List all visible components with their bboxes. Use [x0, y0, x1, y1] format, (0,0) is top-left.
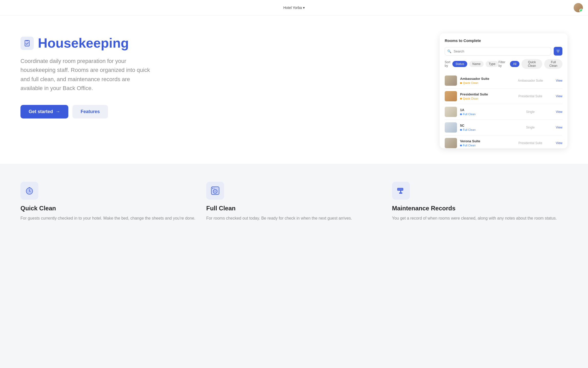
- arrow-icon: →: [56, 109, 60, 114]
- room-badge: Full Clean: [460, 113, 505, 116]
- maintenance-icon-wrap: [392, 182, 410, 200]
- card-title: Rooms to Complete: [445, 38, 562, 43]
- filter-full-clean-button[interactable]: Full Clean: [544, 59, 562, 69]
- feature-maintenance: Maintenance Records You get a record of …: [392, 179, 568, 224]
- maintenance-desc: You get a record of when rooms were clea…: [392, 215, 568, 222]
- clipboard-check-icon: [23, 39, 31, 47]
- room-thumbnail: [445, 122, 457, 133]
- room-info: Presidential Suite Quick Clean: [460, 92, 505, 100]
- filter-icon: [556, 49, 560, 53]
- washer-icon: [210, 186, 220, 196]
- room-type: Single: [508, 110, 553, 114]
- svg-rect-4: [29, 187, 30, 188]
- search-input[interactable]: [445, 47, 551, 56]
- svg-rect-0: [25, 40, 29, 46]
- hero-title-row: Housekeeping: [20, 36, 164, 50]
- filter-group: Filter by All Quick Clean Full Clean: [498, 59, 562, 69]
- sort-name-button[interactable]: Name: [469, 61, 484, 67]
- badge-dot: [460, 129, 462, 131]
- full-clean-title: Full Clean: [206, 205, 382, 212]
- badge-text: Full Clean: [463, 128, 476, 131]
- room-badge: Full Clean: [460, 128, 505, 131]
- room-type: Ambassador Suite: [508, 79, 553, 82]
- table-row: Ambassador Suite Quick Clean Ambassador …: [445, 73, 562, 89]
- room-badge: Quick Clean: [460, 81, 505, 84]
- hero-left: Housekeeping Coordinate daily room prepa…: [20, 31, 164, 118]
- hotel-name: Hotel Yorba ▾: [283, 6, 304, 10]
- sort-group: Sort by Status Name Type: [445, 60, 498, 68]
- room-view-button[interactable]: View: [556, 94, 562, 98]
- full-clean-icon-wrap: [206, 182, 224, 200]
- room-info: 1A Full Clean: [460, 108, 505, 116]
- svg-point-10: [214, 188, 215, 189]
- svg-rect-14: [399, 192, 402, 194]
- room-view-button[interactable]: View: [556, 126, 562, 129]
- timer-icon: [25, 186, 34, 195]
- sort-filter-row: Sort by Status Name Type Filter by All Q…: [445, 59, 562, 69]
- room-info: Verona Suite Full Clean: [460, 139, 505, 147]
- page-title: Housekeeping: [38, 36, 129, 50]
- room-name: Verona Suite: [460, 139, 505, 143]
- badge-dot: [460, 82, 462, 84]
- features-button[interactable]: Features: [72, 105, 108, 118]
- filter-quick-clean-button[interactable]: Quick Clean: [521, 59, 542, 69]
- sort-status-button[interactable]: Status: [452, 61, 467, 67]
- filter-all-button[interactable]: All: [510, 61, 519, 67]
- sort-label: Sort by: [445, 60, 450, 68]
- feature-quick-clean: Quick Clean For guests currently checked…: [20, 179, 196, 224]
- quick-clean-desc: For guests currently checked in to your …: [20, 215, 196, 222]
- badge-text: Quick Clean: [463, 81, 478, 84]
- room-info: 5C Full Clean: [460, 124, 505, 131]
- room-view-button[interactable]: View: [556, 110, 562, 114]
- table-row: 5C Full Clean Single View: [445, 120, 562, 135]
- quick-clean-icon-wrap: [20, 182, 38, 200]
- table-row: Verona Suite Full Clean Presidential Sui…: [445, 135, 562, 148]
- room-thumbnail: [445, 75, 457, 86]
- maintenance-title: Maintenance Records: [392, 205, 568, 212]
- room-view-button[interactable]: View: [556, 79, 562, 82]
- quick-clean-title: Quick Clean: [20, 205, 196, 212]
- rooms-card: Rooms to Complete 🔍 Sort by Status: [440, 33, 568, 148]
- badge-dot: [460, 113, 462, 115]
- svg-point-8: [214, 190, 216, 192]
- header: Hotel Yorba ▾: [0, 0, 588, 15]
- room-type: Single: [508, 126, 553, 129]
- filter-label: Filter by: [498, 60, 508, 68]
- hotel-selector[interactable]: Hotel Yorba ▾: [283, 6, 304, 10]
- room-badge: Quick Clean: [460, 97, 505, 100]
- features-section: Quick Clean For guests currently checked…: [0, 164, 588, 240]
- main-wrapper: Housekeeping Coordinate daily room prepa…: [0, 0, 588, 240]
- filter-button[interactable]: [554, 47, 562, 56]
- avatar[interactable]: [574, 3, 583, 12]
- get-started-label: Get started: [29, 109, 53, 114]
- features-label: Features: [81, 109, 100, 114]
- room-name: Presidential Suite: [460, 92, 505, 96]
- svg-rect-12: [398, 188, 403, 190]
- hero-buttons: Get started → Features: [20, 105, 164, 118]
- room-badge: Full Clean: [460, 144, 505, 147]
- badge-dot: [460, 145, 462, 146]
- room-thumbnail: [445, 138, 457, 148]
- hero-icon-wrap: [20, 37, 34, 50]
- table-row: Presidential Suite Quick Clean President…: [445, 89, 562, 104]
- room-name: 1A: [460, 108, 505, 112]
- table-row: 1A Full Clean Single View: [445, 104, 562, 120]
- room-view-button[interactable]: View: [556, 141, 562, 145]
- paint-roller-icon: [396, 186, 406, 195]
- hero-section: Housekeeping Coordinate daily room prepa…: [0, 15, 588, 164]
- search-input-wrap: 🔍: [445, 47, 551, 56]
- room-type: Presidential Suite: [508, 94, 553, 98]
- room-name: Ambassador Suite: [460, 77, 505, 81]
- badge-dot: [460, 98, 462, 100]
- badge-text: Quick Clean: [463, 97, 478, 100]
- search-icon: 🔍: [447, 49, 451, 53]
- room-thumbnail: [445, 91, 457, 101]
- avatar-image: [574, 3, 583, 12]
- room-type: Presidential Suite: [508, 141, 553, 145]
- get-started-button[interactable]: Get started →: [20, 105, 68, 118]
- full-clean-desc: For rooms checked out today. Be ready fo…: [206, 215, 382, 222]
- sort-type-button[interactable]: Type: [486, 61, 498, 67]
- search-row: 🔍: [445, 47, 562, 56]
- room-info: Ambassador Suite Quick Clean: [460, 77, 505, 84]
- feature-full-clean: Full Clean For rooms checked out today. …: [206, 179, 382, 224]
